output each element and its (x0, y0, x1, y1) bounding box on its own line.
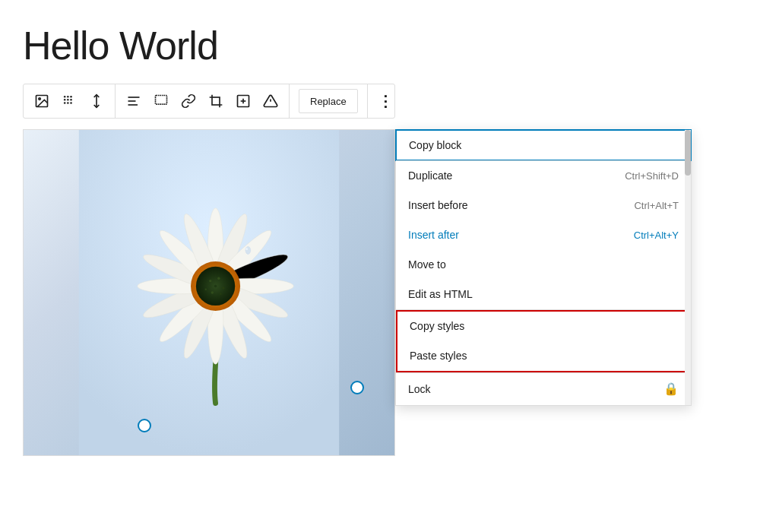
menu-item-paste-styles[interactable]: Paste styles (397, 341, 689, 371)
svg-point-6 (67, 99, 69, 101)
svg-rect-16 (212, 97, 220, 105)
svg-point-46 (204, 288, 207, 290)
menu-item-copy-styles[interactable]: Copy styles (397, 312, 689, 341)
arrows-icon (89, 93, 104, 109)
page-title: Hello World (23, 23, 737, 68)
lock-icon: 🔒 (663, 382, 679, 396)
svg-point-9 (67, 102, 69, 104)
warning-icon (263, 93, 278, 109)
copy-styles-label: Copy styles (410, 320, 464, 332)
grid-icon-button[interactable] (57, 89, 81, 113)
image-icon (34, 93, 49, 109)
crop-icon-button[interactable] (204, 89, 228, 113)
menu-item-move-to[interactable]: Move to (396, 250, 691, 280)
align-center-icon-button[interactable] (149, 89, 173, 113)
edit-as-html-label: Edit as HTML (408, 288, 473, 300)
duplicate-label: Duplicate (408, 169, 452, 182)
warning-icon-button[interactable] (258, 89, 283, 113)
menu-item-edit-as-html[interactable]: Edit as HTML (396, 280, 691, 309)
svg-point-2 (64, 96, 66, 98)
align-left-icon (126, 93, 141, 109)
grid-icon (62, 93, 77, 109)
move-to-label: Move to (408, 258, 446, 271)
menu-item-copy-block[interactable]: Copy block (395, 129, 692, 161)
insert-before-label: Insert before (408, 199, 468, 211)
arrows-icon-button[interactable] (84, 89, 109, 113)
svg-point-48 (245, 246, 251, 254)
svg-rect-15 (156, 96, 167, 105)
more-icon: ⋮ (378, 93, 394, 109)
image-icon-button[interactable] (30, 89, 54, 113)
lock-label: Lock (408, 383, 431, 395)
toolbar-group-more: ⋮ (368, 84, 404, 118)
svg-point-7 (70, 99, 72, 101)
svg-point-4 (70, 96, 72, 98)
link-icon (181, 93, 196, 109)
menu-item-duplicate[interactable]: Duplicate Ctrl+Shift+D (396, 161, 691, 191)
block-toolbar: Replace ⋮ (23, 84, 395, 119)
menu-item-insert-after[interactable]: Insert after Ctrl+Alt+Y (396, 220, 691, 250)
link-icon-button[interactable] (176, 89, 201, 113)
svg-point-43 (222, 287, 224, 289)
align-center-icon (154, 93, 169, 109)
toolbar-group-align (116, 84, 290, 118)
svg-point-49 (245, 248, 248, 250)
crop-icon (208, 93, 223, 109)
insert-before-shortcut: Ctrl+Alt+T (634, 200, 679, 211)
menu-item-insert-before[interactable]: Insert before Ctrl+Alt+T (396, 191, 691, 220)
toolbar-group-image (24, 84, 116, 118)
content-area: Copy block Duplicate Ctrl+Shift+D Insert… (23, 129, 737, 456)
styles-section: Copy styles Paste styles (396, 310, 691, 372)
copy-block-label: Copy block (409, 139, 461, 151)
scrollbar-track[interactable] (685, 130, 691, 405)
text-icon-button[interactable] (231, 89, 255, 113)
image-block[interactable] (23, 129, 395, 456)
replace-button[interactable]: Replace (299, 89, 358, 113)
paste-styles-label: Paste styles (410, 350, 467, 362)
resize-handle-br[interactable] (350, 381, 364, 394)
menu-item-lock[interactable]: Lock 🔒 (396, 373, 691, 405)
align-left-icon-button[interactable] (122, 89, 146, 113)
svg-point-45 (220, 293, 222, 295)
svg-point-5 (64, 99, 66, 101)
insert-after-shortcut: Ctrl+Alt+Y (634, 230, 679, 241)
text-icon (236, 93, 251, 109)
svg-point-1 (39, 98, 41, 100)
svg-point-44 (211, 291, 214, 293)
svg-point-3 (67, 96, 69, 98)
toolbar-group-replace: Replace (290, 84, 368, 118)
scrollbar-thumb[interactable] (685, 130, 691, 176)
more-options-button[interactable]: ⋮ (374, 89, 398, 113)
insert-after-label: Insert after (408, 229, 459, 241)
resize-handle-bl[interactable] (138, 419, 151, 432)
context-menu: Copy block Duplicate Ctrl+Shift+D Insert… (395, 129, 692, 406)
svg-point-10 (70, 102, 72, 104)
svg-point-41 (209, 280, 211, 282)
svg-point-47 (214, 285, 217, 287)
svg-point-42 (217, 277, 220, 279)
flower-image (24, 130, 394, 455)
duplicate-shortcut: Ctrl+Shift+D (625, 170, 679, 182)
svg-point-8 (64, 102, 66, 104)
